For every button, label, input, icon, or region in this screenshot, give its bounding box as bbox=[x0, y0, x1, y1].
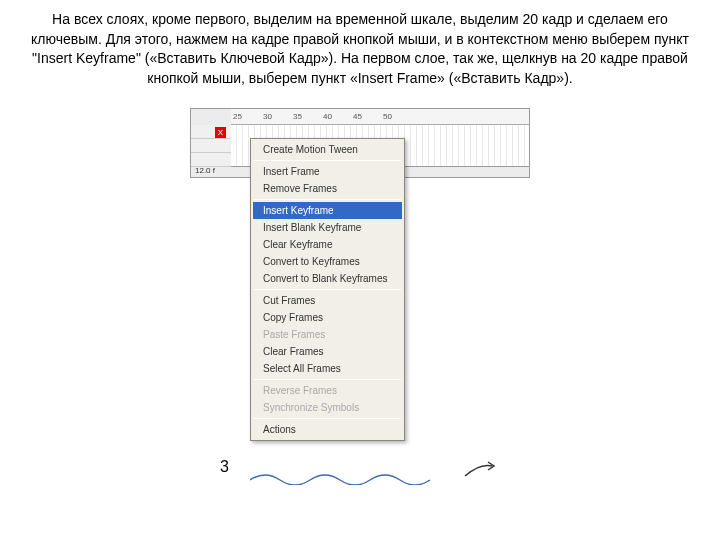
menu-reverse-frames: Reverse Frames bbox=[253, 382, 402, 399]
timeline-ruler[interactable]: 25 30 35 40 45 50 bbox=[231, 109, 529, 125]
menu-separator bbox=[254, 418, 401, 419]
layer-lock-icon[interactable]: X bbox=[215, 127, 226, 138]
ruler-tick: 45 bbox=[351, 112, 381, 121]
menu-separator bbox=[254, 199, 401, 200]
menu-select-all-frames[interactable]: Select All Frames bbox=[253, 360, 402, 377]
layer-row[interactable] bbox=[191, 139, 231, 153]
ruler-tick: 40 bbox=[321, 112, 351, 121]
menu-remove-frames[interactable]: Remove Frames bbox=[253, 180, 402, 197]
menu-synchronize-symbols: Synchronize Symbols bbox=[253, 399, 402, 416]
menu-convert-to-blank-keyframes[interactable]: Convert to Blank Keyframes bbox=[253, 270, 402, 287]
wave-decoration-icon bbox=[250, 470, 450, 485]
fps-label: 12.0 f bbox=[195, 166, 215, 175]
flash-timeline-screenshot: 25 30 35 40 45 50 X 12.0 f Create Motion… bbox=[190, 108, 530, 488]
menu-clear-keyframe[interactable]: Clear Keyframe bbox=[253, 236, 402, 253]
number-three-label: 3 bbox=[220, 458, 229, 476]
menu-separator bbox=[254, 289, 401, 290]
menu-clear-frames[interactable]: Clear Frames bbox=[253, 343, 402, 360]
menu-insert-blank-keyframe[interactable]: Insert Blank Keyframe bbox=[253, 219, 402, 236]
ruler-tick: 30 bbox=[261, 112, 291, 121]
arrow-icon bbox=[460, 458, 500, 478]
ruler-tick: 25 bbox=[231, 112, 261, 121]
instruction-text: На всех слоях, кроме первого, выделим на… bbox=[0, 0, 720, 98]
menu-insert-keyframe[interactable]: Insert Keyframe bbox=[253, 202, 402, 219]
layer-row[interactable] bbox=[191, 153, 231, 167]
context-menu: Create Motion Tween Insert Frame Remove … bbox=[250, 138, 405, 441]
menu-insert-frame[interactable]: Insert Frame bbox=[253, 163, 402, 180]
menu-create-motion-tween[interactable]: Create Motion Tween bbox=[253, 141, 402, 158]
menu-actions[interactable]: Actions bbox=[253, 421, 402, 438]
menu-copy-frames[interactable]: Copy Frames bbox=[253, 309, 402, 326]
menu-cut-frames[interactable]: Cut Frames bbox=[253, 292, 402, 309]
menu-separator bbox=[254, 160, 401, 161]
menu-separator bbox=[254, 379, 401, 380]
menu-paste-frames: Paste Frames bbox=[253, 326, 402, 343]
bottom-decoration: 3 bbox=[210, 458, 510, 488]
ruler-tick: 35 bbox=[291, 112, 321, 121]
ruler-tick: 50 bbox=[381, 112, 411, 121]
menu-convert-to-keyframes[interactable]: Convert to Keyframes bbox=[253, 253, 402, 270]
